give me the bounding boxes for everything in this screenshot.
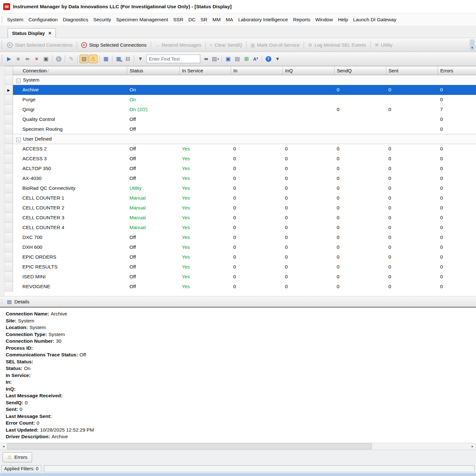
clear-sendq-button[interactable]: ×Clear SendQ [207, 41, 245, 49]
select-records-icon[interactable]: ▣ [42, 55, 50, 63]
utility-button[interactable]: ⚒Utility [372, 41, 395, 49]
row-selector-cell[interactable] [5, 124, 13, 134]
row-selector-cell[interactable] [5, 95, 13, 105]
start-selected-connections-button[interactable]: ▶Start Selected Connections [4, 41, 75, 50]
properties-icon[interactable]: ✎ [67, 55, 76, 63]
scroll-left-icon[interactable]: ◂ [0, 443, 7, 450]
row-selector-cell[interactable] [5, 134, 13, 144]
column-header-status[interactable]: Status [127, 66, 179, 75]
column-header-in-service[interactable]: In Service [179, 66, 231, 75]
comm-trace-icon[interactable]: ∞ [23, 55, 32, 63]
connection-row-access-3[interactable]: ACCESS 3OffYes00000 [5, 154, 476, 164]
row-selector-cell[interactable] [5, 105, 13, 115]
connection-row-cell-counter-2[interactable]: CELL COUNTER 2ManualYes00000 [5, 203, 476, 213]
mark-out-of-service-button[interactable]: ▥Mark Out-of-Service [248, 41, 302, 49]
menu-launch-di-gateway[interactable]: Launch DI Gateway [351, 15, 399, 24]
menu-ssr[interactable]: SSR [171, 15, 186, 24]
connection-row-archive[interactable]: ▶ArchiveOn000 [5, 85, 476, 95]
scroll-right-icon[interactable]: ▸ [469, 443, 476, 450]
collapse-group-icon[interactable]: − [16, 79, 21, 83]
menu-dc[interactable]: DC [186, 15, 198, 24]
row-selector-cell[interactable] [5, 262, 13, 272]
menu-security[interactable]: Security [91, 15, 114, 24]
menu-configuration[interactable]: Configuration [26, 15, 60, 24]
menu-laboratory-intelligence[interactable]: Laboratory Intelligence [236, 15, 291, 24]
info-icon[interactable]: i [54, 55, 63, 63]
column-header-inq[interactable]: InQ [282, 66, 334, 75]
connection-row-purge[interactable]: PurgeOn0 [5, 95, 476, 105]
stop-icon[interactable]: ■ [14, 55, 23, 63]
row-selector-cell[interactable] [5, 242, 13, 252]
connection-row-ised-mini[interactable]: ISED MINIOffYes00000 [5, 272, 476, 282]
errors-toggle-icon[interactable]: ⚠ [89, 55, 97, 63]
menu-diagnostics[interactable]: Diagnostics [60, 15, 91, 24]
group-header-cell[interactable]: −User Defined [13, 134, 476, 144]
connection-row-qmgr[interactable]: QmgrOn (2/2)007 [5, 105, 476, 115]
print-icon[interactable]: ⊟ [123, 55, 132, 63]
connection-row-epic-orders[interactable]: EPIC ORDERSOffYes00000 [5, 252, 476, 262]
connection-row-dxh-600[interactable]: DXH 600OffYes00000 [5, 242, 476, 252]
font-size-icon[interactable]: Aª [251, 55, 260, 63]
resend-messages-button[interactable]: →Resend Messages [153, 41, 204, 49]
row-selector-cell[interactable] [5, 282, 13, 292]
connection-row-cell-counter-1[interactable]: CELL COUNTER 1ManualYes00000 [5, 193, 476, 203]
connection-row-quality-control[interactable]: Quality ControlOff0 [5, 115, 476, 124]
menu-reports[interactable]: Reports [290, 15, 313, 24]
row-selector-cell[interactable] [5, 183, 13, 193]
connection-row-revogene[interactable]: REVOGENEOffYes00000 [5, 282, 476, 292]
menu-window[interactable]: Window [313, 15, 335, 24]
toolbar-overflow-icon[interactable]: ▾ [470, 39, 475, 51]
connection-row-dxc-700[interactable]: DXC 700OffYes00000 [5, 233, 476, 242]
connection-row-ax-4030[interactable]: AX-4030OffYes00000 [5, 174, 476, 183]
group-header-cell[interactable]: −System [13, 75, 476, 85]
horizontal-scrollbar[interactable]: ◂ ▸ [0, 443, 476, 450]
tab-status-display[interactable]: Status Display × [8, 28, 56, 38]
column-header-sent[interactable]: Sent [386, 66, 438, 75]
connection-row-cell-counter-4[interactable]: CELL COUNTER 4ManualYes00000 [5, 223, 476, 233]
row-selector-cell[interactable] [5, 154, 13, 164]
stop-selected-connections-button[interactable]: ■Stop Selected Connections [79, 41, 149, 50]
tab-close-icon[interactable]: × [48, 31, 51, 36]
column-header-connection[interactable]: Connection ∕ [13, 66, 127, 75]
help-icon[interactable]: ? [264, 55, 273, 63]
row-selector-cell[interactable] [5, 223, 13, 233]
start-icon[interactable]: ▶ [5, 55, 13, 63]
row-selector-cell[interactable] [5, 174, 13, 183]
connection-row-access-2[interactable]: ACCESS 2OffYes00000 [5, 144, 476, 154]
row-selector-cell[interactable] [5, 233, 13, 242]
grid-view-icon[interactable]: ▦ [102, 55, 110, 63]
row-selector-cell[interactable] [5, 203, 13, 213]
menu-sr[interactable]: SR [198, 15, 210, 24]
row-selector-cell[interactable] [5, 272, 13, 282]
connection-row-cell-counter-3[interactable]: CELL COUNTER 3ManualYes00000 [5, 213, 476, 223]
delete-messages-icon[interactable]: × [32, 55, 41, 63]
connection-row-acltop-350[interactable]: ACLTOP 350OffYes00000 [5, 164, 476, 174]
connection-row-epic-results[interactable]: EPIC RESULTSOffYes00000 [5, 262, 476, 272]
find-input[interactable] [146, 55, 200, 63]
column-header-errors[interactable]: Errors [438, 66, 476, 75]
icon-toolbar-overflow-icon[interactable]: ▾ [273, 55, 282, 63]
column-header-sendq[interactable]: SendQ [334, 66, 386, 75]
row-selector-cell[interactable] [5, 164, 13, 174]
scrollbar-thumb[interactable] [7, 443, 372, 449]
remove-grid-icon[interactable]: ▦× [114, 55, 123, 63]
find-icon[interactable]: ∞ [202, 55, 210, 63]
row-selector-cell[interactable] [5, 144, 13, 154]
row-selector-cell[interactable]: ▶ [5, 85, 13, 95]
report-icon[interactable]: ▤ [233, 55, 241, 63]
menu-mm[interactable]: MM [210, 15, 223, 24]
connection-row-specimen-routing[interactable]: Specimen RoutingOff0 [5, 124, 476, 134]
filter-icon[interactable]: ▼ [136, 55, 145, 63]
log-minimal-sel-events-button[interactable]: ⚙Log Minimal SEL Events [306, 41, 368, 49]
details-toggle-icon[interactable]: ▤ [80, 55, 88, 63]
menu-ma[interactable]: MA [223, 15, 235, 24]
connection-row-biorad-qc-connectivity[interactable]: BioRad QC ConnectivityUtilityYes00000 [5, 183, 476, 193]
row-selector-cell[interactable] [5, 193, 13, 203]
menu-help[interactable]: Help [335, 15, 351, 24]
find-options-icon[interactable]: ▤▾ [211, 55, 220, 63]
row-selector-cell[interactable] [5, 213, 13, 223]
menu-specimen-management[interactable]: Specimen Management [114, 15, 171, 24]
export-data-icon[interactable]: ⊞ [242, 55, 251, 63]
menu-system[interactable]: System [4, 15, 26, 24]
column-header-in[interactable]: In [231, 66, 282, 75]
